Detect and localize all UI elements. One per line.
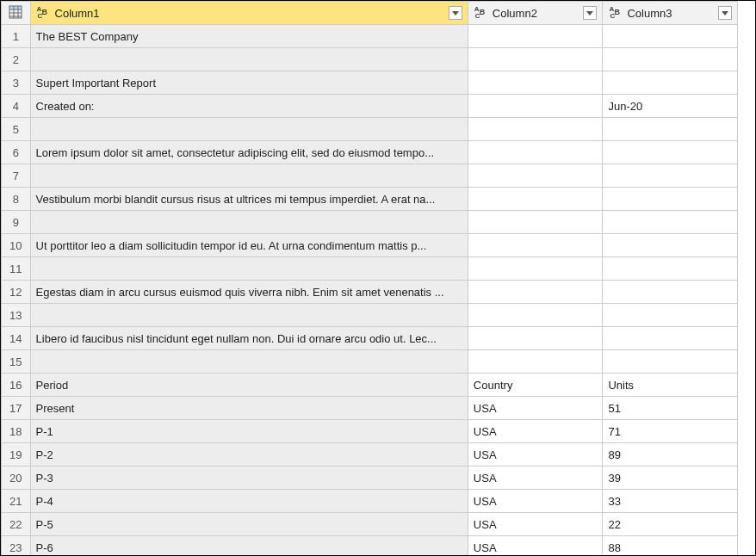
- cell-column1[interactable]: The BEST Company: [30, 25, 468, 48]
- row-number[interactable]: 9: [2, 211, 31, 234]
- table-row[interactable]: 20P-3USA39: [2, 466, 738, 490]
- text-type-icon[interactable]: ABC: [606, 4, 623, 22]
- cell-column2[interactable]: [468, 25, 603, 48]
- table-row[interactable]: 14Libero id faucibus nisl tincidunt eget…: [2, 327, 738, 350]
- cell-column2[interactable]: [468, 304, 603, 327]
- cell-column2[interactable]: [468, 71, 603, 95]
- cell-column1[interactable]: Supert Important Report: [30, 71, 468, 95]
- cell-column1[interactable]: [30, 304, 468, 327]
- cell-column1[interactable]: P-2: [30, 443, 468, 466]
- cell-column1[interactable]: Egestas diam in arcu cursus euismod quis…: [30, 281, 468, 304]
- row-number[interactable]: 19: [2, 443, 31, 466]
- row-number[interactable]: 23: [2, 536, 31, 557]
- cell-column1[interactable]: P-6: [30, 536, 468, 557]
- cell-column2[interactable]: [468, 95, 603, 118]
- table-row[interactable]: 4Created on:Jun-20: [2, 95, 738, 118]
- table-row[interactable]: 17PresentUSA51: [2, 397, 738, 420]
- cell-column2[interactable]: USA: [468, 443, 603, 466]
- cell-column1[interactable]: [30, 350, 468, 374]
- cell-column2[interactable]: [468, 234, 603, 257]
- cell-column1[interactable]: Present: [30, 397, 468, 420]
- cell-column1[interactable]: Created on:: [30, 95, 468, 118]
- cell-column3[interactable]: Units: [603, 374, 738, 397]
- cell-column3[interactable]: 71: [603, 420, 738, 443]
- row-number[interactable]: 8: [2, 188, 31, 211]
- cell-column2[interactable]: [468, 48, 603, 71]
- cell-column1[interactable]: P-5: [30, 513, 468, 536]
- cell-column2[interactable]: USA: [468, 466, 603, 490]
- table-row[interactable]: 5: [2, 118, 738, 141]
- cell-column3[interactable]: [603, 257, 738, 281]
- column-header-column1[interactable]: ABC Column1: [30, 2, 468, 25]
- select-all-corner[interactable]: [2, 2, 31, 25]
- cell-column3[interactable]: [603, 281, 738, 304]
- column-header-column3[interactable]: ABC Column3: [603, 2, 738, 25]
- cell-column3[interactable]: [603, 211, 738, 234]
- cell-column1[interactable]: Vestibulum morbi blandit cursus risus at…: [30, 188, 468, 211]
- cell-column1[interactable]: [30, 211, 468, 234]
- row-number[interactable]: 2: [2, 48, 31, 71]
- cell-column1[interactable]: Libero id faucibus nisl tincidunt eget n…: [30, 327, 468, 350]
- row-number[interactable]: 20: [2, 466, 31, 490]
- cell-column3[interactable]: 39: [603, 466, 738, 490]
- cell-column3[interactable]: 33: [603, 490, 738, 513]
- cell-column2[interactable]: [468, 141, 603, 164]
- row-number[interactable]: 14: [2, 327, 31, 350]
- cell-column1[interactable]: P-4: [30, 490, 468, 513]
- cell-column1[interactable]: P-3: [30, 466, 468, 490]
- table-row[interactable]: 11: [2, 257, 738, 281]
- cell-column3[interactable]: [603, 234, 738, 257]
- cell-column2[interactable]: USA: [468, 397, 603, 420]
- table-row[interactable]: 8Vestibulum morbi blandit cursus risus a…: [2, 188, 738, 211]
- cell-column2[interactable]: [468, 211, 603, 234]
- table-row[interactable]: 21P-4USA33: [2, 490, 738, 513]
- table-row[interactable]: 15: [2, 350, 738, 374]
- table-row[interactable]: 3Supert Important Report: [2, 71, 738, 95]
- row-number[interactable]: 12: [2, 281, 31, 304]
- cell-column3[interactable]: 88: [603, 536, 738, 557]
- cell-column2[interactable]: USA: [468, 536, 603, 557]
- cell-column3[interactable]: Jun-20: [603, 95, 738, 118]
- table-row[interactable]: 16PeriodCountryUnits: [2, 374, 738, 397]
- cell-column1[interactable]: [30, 257, 468, 281]
- table-row[interactable]: 22P-5USA22: [2, 513, 738, 536]
- table-row[interactable]: 7: [2, 164, 738, 188]
- table-row[interactable]: 12Egestas diam in arcu cursus euismod qu…: [2, 281, 738, 304]
- cell-column1[interactable]: Lorem ipsum dolor sit amet, consectetur …: [30, 141, 468, 164]
- column-header-column2[interactable]: ABC Column2: [468, 2, 603, 25]
- row-number[interactable]: 6: [2, 141, 31, 164]
- table-row[interactable]: 18P-1USA71: [2, 420, 738, 443]
- row-number[interactable]: 21: [2, 490, 31, 513]
- row-number[interactable]: 1: [2, 25, 31, 48]
- cell-column3[interactable]: 22: [603, 513, 738, 536]
- cell-column3[interactable]: [603, 188, 738, 211]
- cell-column2[interactable]: [468, 327, 603, 350]
- table-row[interactable]: 9: [2, 211, 738, 234]
- column-filter-button[interactable]: [718, 6, 732, 20]
- text-type-icon[interactable]: ABC: [472, 4, 489, 22]
- row-number[interactable]: 10: [2, 234, 31, 257]
- row-number[interactable]: 16: [2, 374, 31, 397]
- cell-column3[interactable]: [603, 141, 738, 164]
- row-number[interactable]: 18: [2, 420, 31, 443]
- table-row[interactable]: 2: [2, 48, 738, 71]
- cell-column3[interactable]: 89: [603, 443, 738, 466]
- table-row[interactable]: 6Lorem ipsum dolor sit amet, consectetur…: [2, 141, 738, 164]
- row-number[interactable]: 3: [2, 71, 31, 95]
- cell-column2[interactable]: Country: [468, 374, 603, 397]
- column-filter-button[interactable]: [583, 6, 597, 20]
- cell-column2[interactable]: [468, 257, 603, 281]
- table-row[interactable]: 13: [2, 304, 738, 327]
- cell-column1[interactable]: Period: [30, 374, 468, 397]
- cell-column2[interactable]: [468, 188, 603, 211]
- row-number[interactable]: 4: [2, 95, 31, 118]
- cell-column2[interactable]: [468, 164, 603, 188]
- cell-column3[interactable]: [603, 327, 738, 350]
- cell-column1[interactable]: P-1: [30, 420, 468, 443]
- cell-column2[interactable]: [468, 350, 603, 374]
- cell-column1[interactable]: Ut porttitor leo a diam sollicitudin tem…: [30, 234, 468, 257]
- cell-column3[interactable]: [603, 25, 738, 48]
- table-row[interactable]: 19P-2USA89: [2, 443, 738, 466]
- cell-column3[interactable]: [603, 350, 738, 374]
- cell-column2[interactable]: USA: [468, 490, 603, 513]
